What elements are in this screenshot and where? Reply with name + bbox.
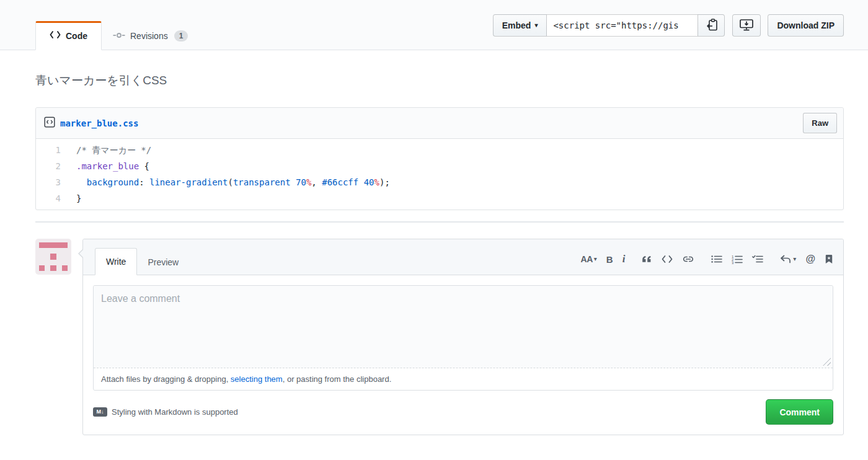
desktop-download-icon [740, 19, 753, 33]
attach-files-bar: Attach files by dragging & dropping, sel… [94, 368, 833, 390]
tab-write[interactable]: Write [95, 248, 137, 275]
ordered-list-button[interactable]: 123 [732, 255, 743, 264]
italic-button[interactable]: i [622, 253, 626, 265]
mention-button[interactable]: @ [805, 254, 815, 265]
quote-button[interactable] [642, 255, 652, 263]
comment-editor: Attach files by dragging & dropping, sel… [93, 285, 833, 391]
comment-box-footer: M↓ Styling with Markdown is supported Co… [93, 399, 833, 425]
line-number: 1 [36, 142, 69, 158]
line-code: } [69, 190, 843, 206]
avatar [35, 239, 71, 275]
select-files-link[interactable]: selecting them [231, 374, 283, 384]
raw-button[interactable]: Raw [803, 113, 837, 133]
comment-box-header: Write Preview AA ▾ B i [83, 239, 843, 275]
task-list-button[interactable] [752, 255, 763, 263]
tab-revisions-label: Revisions [130, 31, 168, 41]
line-code: background: linear-gradient(transparent … [69, 174, 843, 190]
gist-tab-nav: Code Revisions 1 [35, 21, 199, 50]
header-actions: Embed ▾ Download ZIP [493, 14, 844, 37]
saved-replies-button[interactable]: ▾ [780, 255, 796, 263]
tab-revisions[interactable]: Revisions 1 [102, 22, 199, 50]
comment-box-body: Attach files by dragging & dropping, sel… [83, 275, 843, 435]
code-block: 1/* 青マーカー */2.marker_blue {3 background:… [36, 142, 843, 206]
copy-to-clipboard-button[interactable] [698, 14, 725, 37]
text-size-button[interactable]: AA ▾ [581, 254, 597, 264]
gist-header: Code Revisions 1 Embed ▾ [0, 0, 868, 50]
gist-main: 青いマーカーを引くCSS marker_blue.css Raw 1/* 青マー… [0, 50, 868, 435]
code-line: 4} [36, 190, 843, 206]
tab-code-label: Code [66, 31, 87, 41]
bold-button[interactable]: B [606, 254, 613, 265]
commit-icon [113, 31, 125, 42]
embed-dropdown-button[interactable]: Embed ▾ [493, 14, 547, 37]
code-button[interactable] [662, 255, 673, 263]
link-button[interactable] [682, 255, 694, 263]
line-code: /* 青マーカー */ [69, 142, 843, 158]
embed-group: Embed ▾ [493, 14, 725, 37]
comment-submit-button[interactable]: Comment [766, 399, 833, 425]
embed-url-input[interactable] [547, 14, 698, 37]
line-code: .marker_blue { [69, 158, 843, 174]
chevron-down-icon: ▾ [793, 256, 796, 262]
markdown-icon: M↓ [93, 407, 107, 417]
chevron-down-icon: ▾ [534, 22, 538, 29]
tab-code[interactable]: Code [35, 21, 102, 50]
code-lines: 1/* 青マーカー */2.marker_blue {3 background:… [36, 142, 843, 206]
gist-file-icon [44, 117, 55, 130]
section-divider [35, 221, 844, 223]
svg-text:3: 3 [732, 260, 734, 263]
line-number: 4 [36, 190, 69, 206]
gist-description: 青いマーカーを引くCSS [35, 73, 844, 89]
code-line: 3 background: linear-gradient(transparen… [36, 174, 843, 190]
code-tab-icon [50, 30, 61, 41]
comment-section: Write Preview AA ▾ B i [35, 239, 844, 435]
unordered-list-button[interactable] [711, 255, 722, 263]
chevron-down-icon: ▾ [594, 256, 597, 262]
reference-bookmark-button[interactable] [825, 254, 833, 264]
download-zip-button[interactable]: Download ZIP [768, 14, 844, 37]
clipboard-copy-icon [705, 19, 718, 33]
comment-box: Write Preview AA ▾ B i [82, 239, 844, 435]
line-number: 2 [36, 158, 69, 174]
markdown-supported-link[interactable]: M↓ Styling with Markdown is supported [93, 407, 238, 417]
code-line: 1/* 青マーカー */ [36, 142, 843, 158]
line-number: 3 [36, 174, 69, 190]
file-header: marker_blue.css Raw [36, 108, 843, 139]
comment-textarea[interactable] [94, 286, 833, 368]
revisions-count-badge: 1 [174, 30, 188, 42]
identicon [35, 239, 71, 275]
code-line: 2.marker_blue { [36, 158, 843, 174]
markdown-toolbar: AA ▾ B i [581, 253, 833, 275]
file-box: marker_blue.css Raw 1/* 青マーカー */2.marker… [35, 107, 844, 210]
file-name-link[interactable]: marker_blue.css [60, 118, 138, 128]
download-gist-button[interactable] [732, 14, 761, 37]
tab-preview[interactable]: Preview [137, 249, 189, 275]
